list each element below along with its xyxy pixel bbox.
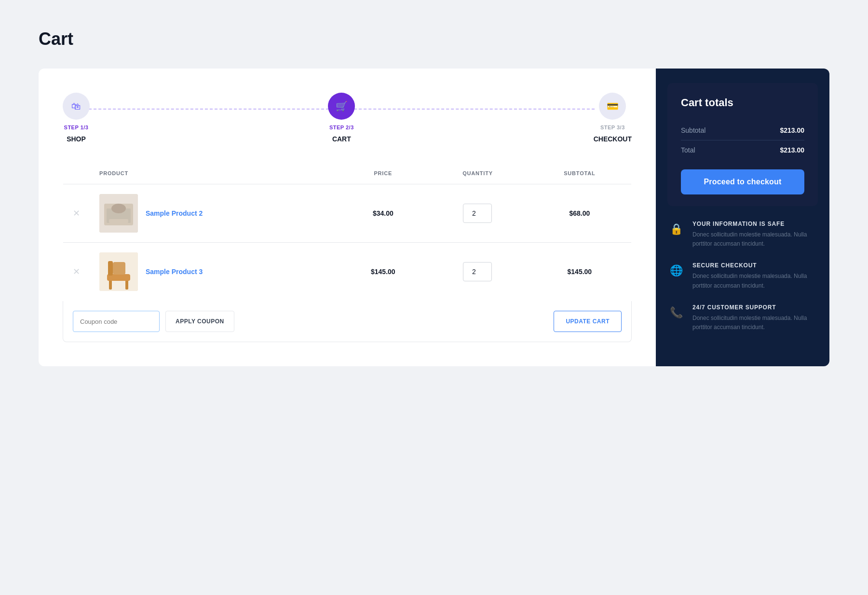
main-layout: 🛍 STEP 1/3 SHOP 🛒 STEP 2/3 CART 💳: [39, 69, 829, 366]
security-features: 🔒 YOUR INFORMATION IS SAFE Donec sollici…: [656, 206, 829, 346]
total-value: $213.00: [780, 146, 804, 154]
table-row: ✕: [63, 184, 632, 243]
step-cart-num: STEP 2/3: [329, 125, 354, 130]
step-checkout-circle: 💳: [599, 93, 626, 120]
cart-panel: 🛍 STEP 1/3 SHOP 🛒 STEP 2/3 CART 💳: [39, 69, 656, 366]
apply-coupon-button[interactable]: APPLY COUPON: [165, 311, 234, 332]
step-checkout-num: STEP 3/3: [600, 125, 625, 130]
product-2-image: [99, 252, 138, 291]
security-safe-desc: Donec sollicitudin molestie malesuada. N…: [692, 230, 818, 249]
product-2-price: $145.00: [371, 268, 395, 276]
product-1-image: [99, 194, 138, 233]
product-2-link[interactable]: Sample Product 3: [146, 268, 203, 276]
product-1-subtotal: $68.00: [569, 209, 590, 217]
checkout-icon: 💳: [607, 100, 619, 112]
cart-totals-box: Cart totals Subtotal $213.00 Total $213.…: [667, 83, 818, 206]
col-remove: [63, 163, 90, 184]
table-row: ✕: [63, 243, 632, 301]
subtotal-label: Subtotal: [681, 126, 705, 134]
page-title: Cart: [39, 29, 829, 49]
step-shop: 🛍 STEP 1/3 SHOP: [63, 93, 90, 143]
product-1-link[interactable]: Sample Product 2: [146, 209, 203, 217]
step-shop-num: STEP 1/3: [64, 125, 89, 130]
security-item-support: 📞 24/7 CUSTOMER SUPPORT Donec sollicitud…: [667, 304, 818, 332]
product-1-quantity[interactable]: [463, 204, 492, 223]
security-checkout-title: SECURE CHECKOUT: [692, 262, 818, 269]
step-shop-circle: 🛍: [63, 93, 90, 120]
col-product: PRODUCT: [90, 163, 339, 184]
svg-point-3: [111, 204, 126, 213]
security-checkout-desc: Donec sollicitudin molestie malesuada. N…: [692, 272, 818, 290]
cart-totals-title: Cart totals: [681, 97, 804, 109]
remove-product-2-button[interactable]: ✕: [73, 267, 80, 276]
product-2-cell: Sample Product 3: [99, 252, 329, 291]
step-checkout-label: CHECKOUT: [594, 135, 632, 143]
svg-rect-10: [113, 262, 125, 275]
coupon-input[interactable]: [73, 311, 160, 332]
globe-icon: 🌐: [667, 262, 685, 279]
product-2-subtotal: $145.00: [568, 268, 592, 276]
step-checkout: 💳 STEP 3/3 CHECKOUT: [594, 93, 632, 143]
phone-icon: 📞: [667, 304, 685, 321]
step-connector-2: [354, 109, 594, 110]
cart-icon: 🛒: [336, 100, 348, 112]
col-quantity: QUANTITY: [427, 163, 528, 184]
step-cart-circle: 🛒: [328, 93, 355, 120]
step-cart: 🛒 STEP 2/3 CART: [328, 93, 355, 143]
coupon-row: APPLY COUPON UPDATE CART: [63, 301, 632, 342]
col-price: PRICE: [339, 163, 427, 184]
product-1-price: $34.00: [373, 209, 393, 217]
product-2-quantity[interactable]: [463, 262, 492, 281]
security-item-secure-checkout: 🌐 SECURE CHECKOUT Donec sollicitudin mol…: [667, 262, 818, 290]
update-cart-button[interactable]: UPDATE CART: [554, 311, 622, 332]
step-connector-1: [89, 109, 329, 110]
lock-icon: 🔒: [667, 221, 685, 238]
subtotal-row: Subtotal $213.00: [681, 121, 804, 140]
total-row: Total $213.00: [681, 140, 804, 160]
remove-product-1-button[interactable]: ✕: [73, 209, 80, 218]
shop-icon: 🛍: [71, 101, 81, 112]
proceed-to-checkout-button[interactable]: Proceed to checkout: [681, 169, 804, 194]
checkout-panel: Cart totals Subtotal $213.00 Total $213.…: [656, 69, 829, 366]
total-label: Total: [681, 146, 695, 154]
step-shop-label: SHOP: [67, 135, 86, 143]
step-cart-label: CART: [332, 135, 351, 143]
security-support-title: 24/7 CUSTOMER SUPPORT: [692, 304, 818, 311]
steps-indicator: 🛍 STEP 1/3 SHOP 🛒 STEP 2/3 CART 💳: [63, 93, 632, 143]
cart-table: PRODUCT PRICE QUANTITY SUBTOTAL ✕: [63, 162, 632, 301]
security-safe-title: YOUR INFORMATION IS SAFE: [692, 221, 818, 227]
col-subtotal: SUBTOTAL: [528, 163, 632, 184]
svg-rect-4: [109, 219, 128, 223]
security-item-safe-info: 🔒 YOUR INFORMATION IS SAFE Donec sollici…: [667, 221, 818, 249]
product-1-cell: Sample Product 2: [99, 194, 329, 233]
security-support-desc: Donec sollicitudin molestie malesuada. N…: [692, 314, 818, 332]
subtotal-value: $213.00: [780, 126, 804, 134]
svg-rect-9: [108, 261, 113, 276]
